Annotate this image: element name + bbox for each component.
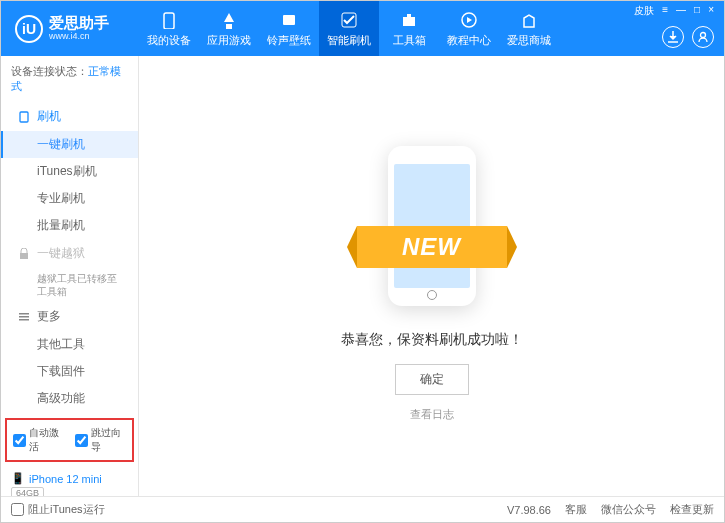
device-status: 设备连接状态：正常模式 [1,56,138,102]
sidebar-sub-2-1[interactable]: 下载固件 [1,358,138,385]
sidebar-sub-0-2[interactable]: 专业刷机 [1,185,138,212]
version-label: V7.98.66 [507,504,551,516]
skin-button[interactable]: 皮肤 [632,4,656,18]
main-content: NEW 恭喜您，保资料刷机成功啦！ 确定 查看日志 [139,56,724,496]
nav-5[interactable]: 教程中心 [439,1,499,56]
download-icon[interactable] [662,26,684,48]
nav-3[interactable]: 智能刷机 [319,1,379,56]
block-itunes-checkbox[interactable]: 阻止iTunes运行 [11,502,105,517]
logo-icon: iU [15,15,43,43]
svg-rect-1 [283,15,295,25]
svg-rect-0 [164,13,174,29]
logo[interactable]: iU 爱思助手 www.i4.cn [1,15,139,43]
top-nav: 我的设备应用游戏铃声壁纸智能刷机工具箱教程中心爱思商城 [139,1,559,56]
cat-icon [17,310,31,324]
auto-activate-checkbox[interactable]: 自动激活 [13,426,65,454]
sidebar-cat-0[interactable]: 刷机 [1,102,138,131]
skip-guide-checkbox[interactable]: 跳过向导 [75,426,127,454]
nav-2[interactable]: 铃声壁纸 [259,1,319,56]
svg-rect-7 [20,112,28,122]
options-box: 自动激活 跳过向导 [5,418,134,462]
phone-icon: 📱 [11,472,25,485]
nav-icon [159,10,179,30]
footer: 阻止iTunes运行 V7.98.66 客服 微信公众号 检查更新 [1,496,724,522]
user-icon[interactable] [692,26,714,48]
nav-icon [459,10,479,30]
success-message: 恭喜您，保资料刷机成功啦！ [341,331,523,349]
close-button[interactable]: × [706,4,716,18]
cat-icon [17,247,31,261]
sidebar-sub-0-3[interactable]: 批量刷机 [1,212,138,239]
sidebar-cat-1[interactable]: 一键越狱 [1,239,138,268]
minimize-button[interactable]: — [674,4,688,18]
device-info[interactable]: 📱iPhone 12 mini 64GB Down-12mini-13,1 [1,468,138,496]
nav-6[interactable]: 爱思商城 [499,1,559,56]
phone-illustration: NEW [357,131,507,311]
nav-icon [399,10,419,30]
sidebar-sub-2-0[interactable]: 其他工具 [1,331,138,358]
header: iU 爱思助手 www.i4.cn 我的设备应用游戏铃声壁纸智能刷机工具箱教程中… [1,1,724,56]
cat-note: 越狱工具已转移至 工具箱 [1,268,138,302]
wechat-link[interactable]: 微信公众号 [601,502,656,517]
confirm-button[interactable]: 确定 [395,364,469,395]
svg-rect-11 [19,313,29,315]
storage-badge: 64GB [11,487,44,496]
maximize-button[interactable]: □ [692,4,702,18]
update-link[interactable]: 检查更新 [670,502,714,517]
svg-rect-10 [19,319,29,321]
svg-rect-4 [407,14,411,17]
sidebar-sub-0-0[interactable]: 一键刷机 [1,131,138,158]
window-controls: 皮肤 ≡ — □ × [632,4,716,18]
svg-rect-9 [19,316,29,318]
support-link[interactable]: 客服 [565,502,587,517]
svg-rect-8 [20,253,28,259]
sidebar: 设备连接状态：正常模式 刷机一键刷机iTunes刷机专业刷机批量刷机一键越狱越狱… [1,56,139,496]
cat-icon [17,110,31,124]
app-subtitle: www.i4.cn [49,32,109,42]
view-log-link[interactable]: 查看日志 [410,407,454,422]
sidebar-sub-0-1[interactable]: iTunes刷机 [1,158,138,185]
nav-icon [219,10,239,30]
nav-4[interactable]: 工具箱 [379,1,439,56]
app-title: 爱思助手 [49,15,109,32]
nav-icon [279,10,299,30]
sidebar-sub-2-2[interactable]: 高级功能 [1,385,138,412]
menu-button[interactable]: ≡ [660,4,670,18]
new-ribbon: NEW [357,226,507,268]
nav-icon [519,10,539,30]
sidebar-cat-2[interactable]: 更多 [1,302,138,331]
nav-0[interactable]: 我的设备 [139,1,199,56]
svg-point-6 [701,33,706,38]
svg-rect-3 [403,17,415,26]
nav-1[interactable]: 应用游戏 [199,1,259,56]
nav-icon [339,10,359,30]
